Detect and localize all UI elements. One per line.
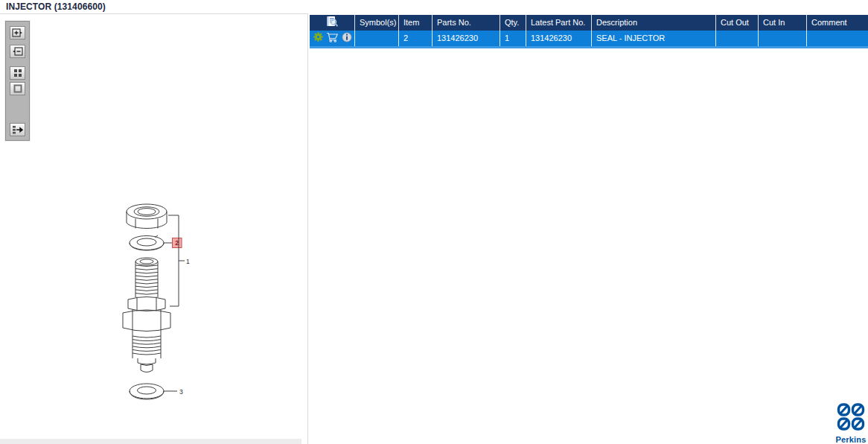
col-qty[interactable]: Qty. <box>500 15 526 31</box>
col-description[interactable]: Description <box>592 15 716 31</box>
perkins-logo-icon <box>835 422 867 434</box>
parts-table: Symbol(s) Item Parts No. Qty. Latest Par… <box>310 15 868 48</box>
diagram-toolbar <box>5 21 30 141</box>
tile-view-icon <box>13 69 22 77</box>
page-title: INJECTOR (131406600) <box>6 1 106 12</box>
cell-description[interactable]: SEAL - INJECTOR <box>592 31 716 46</box>
single-view-icon <box>13 84 22 93</box>
col-cut-in[interactable]: Cut In <box>759 15 807 31</box>
cell-qty[interactable]: 1 <box>500 31 526 46</box>
toggle-list-panel-button[interactable] <box>10 123 25 136</box>
col-parts-no[interactable]: Parts No. <box>433 15 500 31</box>
col-cut-out[interactable]: Cut Out <box>716 15 759 31</box>
callout-1-label[interactable]: 1 <box>186 258 190 265</box>
col-latest-part-no[interactable]: Latest Part No. <box>526 15 592 31</box>
callout-2-label[interactable]: 2 <box>175 239 179 247</box>
table-row[interactable]: 2 131426230 1 131426230 SEAL - INJECTOR <box>310 31 868 46</box>
single-view-button[interactable] <box>10 82 25 95</box>
col-comment[interactable]: Comment <box>807 15 868 31</box>
selection-strip <box>310 46 868 48</box>
diagram-horizontal-scrollbar[interactable] <box>0 439 301 444</box>
brand-logo: Perkins <box>834 402 868 444</box>
info-icon[interactable] <box>342 32 352 45</box>
zoom-out-button[interactable] <box>10 45 25 58</box>
tile-view-button[interactable] <box>10 66 25 80</box>
parts-table-header: Symbol(s) Item Parts No. Qty. Latest Par… <box>310 15 868 31</box>
zoom-out-icon <box>12 47 23 56</box>
zoom-in-button[interactable] <box>10 26 25 39</box>
document-search-icon <box>326 16 338 31</box>
cart-icon[interactable] <box>326 32 339 45</box>
injector-exploded-diagram[interactable]: 2 1 3 <box>112 196 208 412</box>
cell-item[interactable]: 2 <box>399 31 433 46</box>
col-item[interactable]: Item <box>399 15 433 31</box>
cell-parts-no[interactable]: 131426230 <box>433 31 500 46</box>
zoom-in-icon <box>12 28 23 37</box>
cell-cut-in[interactable] <box>759 31 807 46</box>
cell-comment[interactable] <box>807 31 868 46</box>
brand-name: Perkins <box>834 435 868 444</box>
gear-icon[interactable] <box>313 32 323 45</box>
col-symbols[interactable]: Symbol(s) <box>355 15 399 31</box>
cell-latest-part-no[interactable]: 131426230 <box>526 31 592 46</box>
row-action-icons <box>310 31 355 46</box>
header-document-search[interactable] <box>310 15 355 31</box>
toggle-list-panel-icon <box>12 125 23 135</box>
diagram-pane: 2 1 3 <box>0 13 308 444</box>
callout-3-label[interactable]: 3 <box>179 388 183 396</box>
cell-symbols[interactable] <box>355 31 399 46</box>
cell-cut-out[interactable] <box>716 31 759 46</box>
